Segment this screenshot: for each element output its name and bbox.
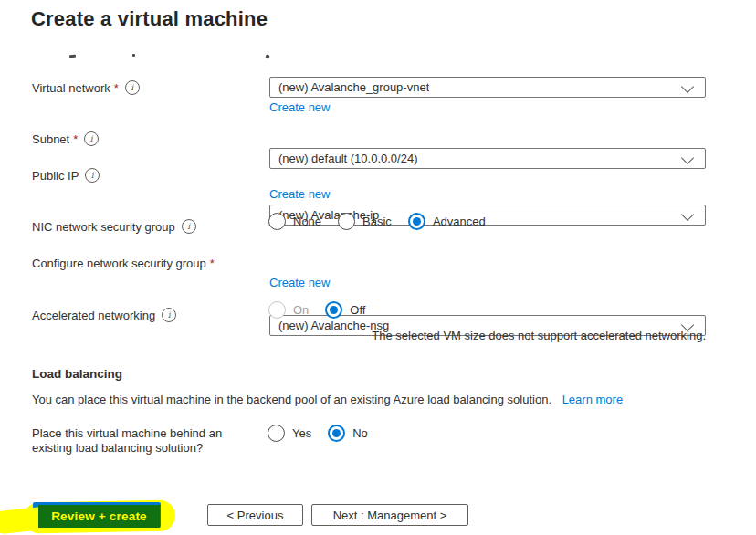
info-icon[interactable]: i bbox=[162, 308, 176, 322]
required-asterisk: * bbox=[210, 257, 215, 270]
radio-no[interactable]: No bbox=[328, 425, 368, 442]
create-new-vnet-link[interactable]: Create new bbox=[269, 100, 330, 114]
info-icon[interactable]: i bbox=[125, 80, 140, 95]
field-label-accelerated-networking: Accelerated networking i bbox=[32, 308, 176, 322]
field-label-configure-nsg: Configure network security group * bbox=[32, 257, 215, 270]
radio-off[interactable]: Off bbox=[325, 301, 365, 319]
review-create-button[interactable]: Review + create bbox=[38, 505, 160, 528]
radio-yes[interactable]: Yes bbox=[268, 425, 311, 442]
text-remnant bbox=[132, 54, 135, 57]
field-label-public-ip: Public IP i bbox=[32, 168, 100, 183]
create-new-nsg-link[interactable]: Create new bbox=[269, 276, 330, 289]
radio-none[interactable]: None bbox=[268, 213, 321, 230]
virtual-network-value: (new) Avalanche_group-vnet bbox=[278, 80, 429, 94]
accelerated-networking-note: The selected VM size does not support ac… bbox=[269, 329, 706, 342]
learn-more-link[interactable]: Learn more bbox=[562, 393, 623, 406]
radio-circle bbox=[268, 425, 285, 442]
radio-basic[interactable]: Basic bbox=[338, 213, 392, 230]
radio-advanced[interactable]: Advanced bbox=[408, 213, 486, 230]
chevron-down-icon bbox=[681, 152, 694, 164]
info-icon[interactable]: i bbox=[85, 168, 100, 183]
create-new-public-ip-link[interactable]: Create new bbox=[269, 187, 330, 201]
required-asterisk: * bbox=[73, 132, 78, 146]
info-icon[interactable]: i bbox=[182, 219, 196, 234]
radio-circle bbox=[268, 213, 286, 230]
radio-circle-selected bbox=[328, 425, 345, 442]
load-balancing-description: You can place this virtual machine in th… bbox=[32, 393, 623, 406]
radio-circle-selected bbox=[408, 213, 425, 230]
radio-circle-disabled bbox=[268, 301, 286, 319]
subnet-select[interactable]: (new) default (10.0.0.0/24) bbox=[269, 148, 706, 169]
accelerated-networking-radio-group: On Off bbox=[268, 301, 382, 319]
text-remnant bbox=[265, 54, 269, 58]
load-balancing-radio-group: Yes No bbox=[268, 425, 384, 442]
virtual-network-select[interactable]: (new) Avalanche_group-vnet bbox=[269, 77, 706, 98]
next-management-button[interactable]: Next : Management > bbox=[311, 504, 468, 526]
field-label-virtual-network: Virtual network * i bbox=[32, 80, 140, 95]
create-vm-page: Create a virtual machine Virtual network… bbox=[0, 0, 756, 535]
info-icon[interactable]: i bbox=[84, 131, 99, 146]
load-balancing-question: Place this virtual machine behind an exi… bbox=[32, 426, 262, 456]
text-remnant bbox=[69, 55, 76, 58]
subnet-value: (new) default (10.0.0.0/24) bbox=[278, 152, 417, 165]
page-title: Create a virtual machine bbox=[31, 7, 268, 31]
previous-button[interactable]: < Previous bbox=[207, 504, 303, 526]
load-balancing-header: Load balancing bbox=[32, 367, 122, 381]
chevron-down-icon bbox=[681, 208, 694, 221]
radio-circle-selected bbox=[325, 301, 342, 319]
chevron-down-icon bbox=[681, 80, 694, 93]
required-asterisk: * bbox=[114, 81, 119, 95]
field-label-nic-nsg: NIC network security group i bbox=[32, 219, 196, 234]
field-label-subnet: Subnet * i bbox=[32, 131, 99, 146]
radio-circle bbox=[338, 213, 355, 230]
radio-on-disabled: On bbox=[268, 301, 309, 319]
nic-nsg-radio-group: None Basic Advanced bbox=[268, 213, 502, 230]
